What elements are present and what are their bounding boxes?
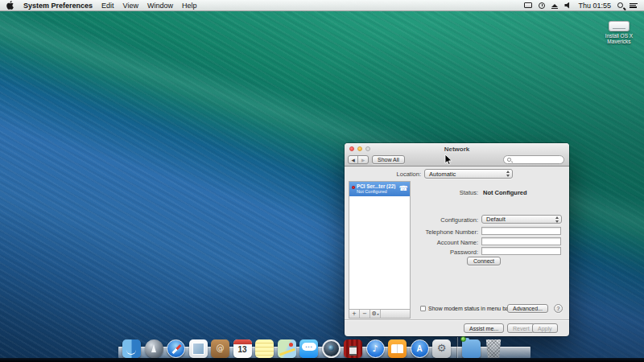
dock-item-photo-booth[interactable] — [344, 339, 362, 358]
status-label: Status: — [377, 189, 478, 196]
dock-item-downloads[interactable] — [462, 339, 481, 358]
action-gear-button[interactable]: ⚙▾ — [370, 310, 381, 318]
show-modem-status-label: Show modem status in menu bar — [428, 306, 510, 311]
menu-view[interactable]: View — [123, 2, 138, 10]
dock-item-contacts[interactable] — [211, 339, 229, 358]
apply-button[interactable]: Apply — [532, 323, 558, 333]
popup-arrows-icon — [555, 216, 559, 223]
installer-drive-icon — [609, 21, 630, 31]
gear-dropdown-arrow-icon: ▾ — [377, 312, 378, 316]
location-row: Location: Automatic — [345, 169, 569, 179]
assist-me-button[interactable]: Assist me... — [464, 323, 504, 333]
search-input[interactable] — [503, 155, 564, 164]
apple-menu-icon[interactable] — [6, 1, 14, 10]
dock-item-trash[interactable] — [485, 339, 503, 358]
back-button[interactable]: ◀ — [349, 156, 358, 163]
forward-button[interactable]: ▶ — [358, 156, 368, 163]
spotlight-icon[interactable] — [617, 2, 623, 8]
menu-edit[interactable]: Edit — [101, 2, 114, 10]
network-window: Network ◀ ▶ Show All Location: Automatic — [345, 143, 569, 336]
dock-item-maps[interactable] — [278, 339, 296, 358]
location-value: Automatic — [429, 171, 456, 178]
eject-icon[interactable] — [551, 4, 558, 7]
status-value: Not Configured — [483, 189, 527, 196]
menubar-app-name[interactable]: System Preferences — [23, 2, 93, 10]
dock-item-notes[interactable] — [255, 339, 274, 358]
window-header: Network ◀ ▶ Show All — [345, 143, 569, 167]
letterbox-strip — [0, 358, 644, 362]
show-modem-status-checkbox[interactable] — [420, 306, 426, 311]
nav-buttons: ◀ ▶ — [348, 155, 369, 164]
popup-arrows-icon — [506, 171, 510, 177]
configuration-value: Default — [486, 216, 506, 223]
remove-service-button[interactable]: − — [360, 310, 370, 318]
time-machine-icon[interactable] — [539, 2, 545, 9]
desktop-screen: System Preferences Edit View Window Help… — [0, 0, 644, 362]
dock-item-finder[interactable] — [122, 339, 141, 358]
volume-icon[interactable] — [564, 2, 572, 9]
dock-separator — [456, 337, 457, 358]
telephone-number-label: Telephone Number: — [377, 228, 478, 236]
show-all-button[interactable]: Show All — [372, 155, 405, 164]
displays-menu-icon[interactable] — [524, 2, 532, 8]
location-label: Location: — [345, 171, 421, 178]
telephone-number-field[interactable] — [481, 227, 561, 235]
sidebar-toolbar: + − ⚙▾ — [349, 310, 411, 319]
account-name-label: Account Name: — [377, 239, 478, 246]
dock-item-facetime[interactable] — [322, 339, 341, 358]
password-label: Password: — [377, 249, 478, 256]
dock-item-launchpad[interactable] — [145, 339, 163, 358]
password-field[interactable] — [481, 247, 561, 255]
dock: 13 — [122, 337, 503, 358]
revert-button[interactable]: Revert — [507, 323, 535, 333]
configuration-label: Configuration: — [377, 216, 478, 224]
location-popup[interactable]: Automatic — [424, 169, 513, 179]
notification-center-icon[interactable] — [630, 2, 638, 9]
configuration-popup[interactable]: Default — [481, 215, 562, 224]
calendar-day-number: 13 — [233, 345, 252, 354]
menu-window[interactable]: Window — [147, 2, 173, 10]
window-title: Network — [345, 146, 569, 153]
help-button[interactable]: ? — [554, 304, 563, 313]
dock-item-ibooks[interactable] — [388, 339, 407, 358]
desktop-icon-install-osx-mavericks[interactable]: Install OS X Mavericks — [596, 21, 642, 44]
dock-item-app-store[interactable] — [411, 339, 429, 358]
mouse-cursor-icon — [444, 154, 453, 170]
dock-item-safari[interactable] — [167, 339, 185, 358]
dock-item-mail[interactable] — [189, 339, 208, 358]
dock-item-system-preferences[interactable] — [432, 339, 451, 358]
menu-help[interactable]: Help — [182, 2, 197, 10]
account-name-field[interactable] — [481, 237, 561, 245]
menu-bar: System Preferences Edit View Window Help… — [0, 0, 644, 11]
menubar-clock[interactable]: Thu 01:55 — [578, 2, 611, 10]
add-service-button[interactable]: + — [349, 310, 360, 318]
advanced-button[interactable]: Advanced... — [507, 304, 548, 313]
downloads-badge-icon — [460, 336, 466, 342]
footer-divider — [345, 319, 569, 320]
connect-button[interactable]: Connect — [467, 257, 501, 265]
dock-item-itunes[interactable] — [366, 339, 385, 358]
status-dot-icon — [352, 186, 355, 189]
dock-item-messages[interactable] — [299, 339, 318, 358]
dock-item-calendar[interactable]: 13 — [233, 339, 252, 358]
search-icon — [507, 158, 511, 162]
install-icon-label: Install OS X Mavericks — [596, 33, 642, 44]
